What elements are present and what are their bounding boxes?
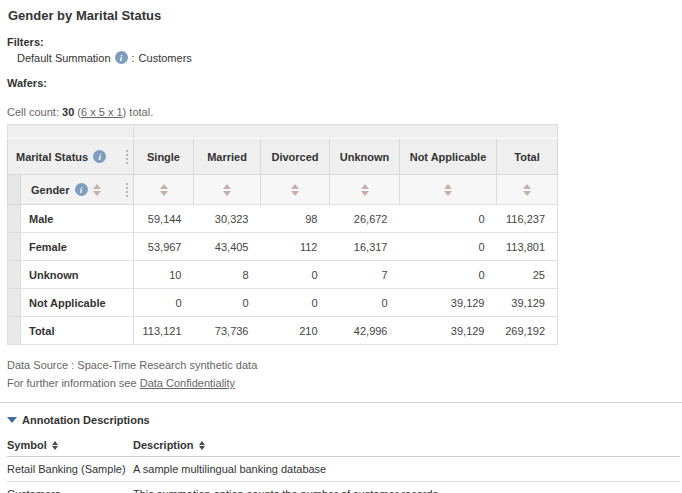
data-cell: 0 — [330, 289, 400, 317]
further-info-prefix: For further information see — [7, 377, 137, 389]
sort-column-not-applicable[interactable] — [400, 175, 497, 205]
sort-arrows-icon[interactable] — [291, 184, 299, 196]
cell-count-suffix: total. — [129, 106, 153, 118]
sort-column-unknown[interactable] — [330, 175, 400, 205]
data-cell: 39,129 — [400, 317, 497, 345]
data-cell: 59,144 — [134, 205, 194, 233]
sort-arrows-icon[interactable] — [444, 184, 452, 196]
row-label: Total — [21, 317, 134, 345]
annotation-column-label: Description — [133, 439, 194, 451]
data-cell: 0 — [261, 289, 330, 317]
annotation-column-label-wrap: Symbol — [7, 439, 133, 451]
row-dimension-header[interactable]: Gender i — [21, 175, 134, 205]
data-cell: 116,237 — [497, 205, 558, 233]
row-label: Male — [21, 205, 134, 233]
column-header-row: Marital Status i SingleMarriedDivorcedUn… — [8, 139, 558, 175]
table-row-unknown: Unknown10807025 — [8, 261, 558, 289]
data-cell: 269,192 — [497, 317, 558, 345]
column-dimension-header[interactable]: Marital Status i — [8, 139, 134, 175]
data-cell: 42,996 — [330, 317, 400, 345]
sort-arrows-icon[interactable] — [160, 184, 168, 196]
data-cell: 0 — [194, 289, 261, 317]
sort-arrows-icon[interactable] — [223, 184, 231, 196]
page-title: Gender by Marital Status — [8, 8, 682, 23]
info-icon-glyph: i — [98, 152, 101, 162]
sort-arrows-icon[interactable] — [52, 441, 58, 450]
page: Gender by Marital Status Filters: Defaul… — [0, 0, 682, 493]
filters-label: Filters: — [7, 36, 682, 48]
data-cell: 30,323 — [194, 205, 261, 233]
annotations-header-row: SymbolDescription — [7, 435, 680, 457]
data-cell: 210 — [261, 317, 330, 345]
filter-summation-name: Default Summation — [17, 52, 111, 64]
column-header-total[interactable]: Total — [497, 139, 558, 175]
sort-arrows-icon[interactable] — [523, 184, 531, 196]
sort-column-single[interactable] — [134, 175, 194, 205]
info-icon-marital-status[interactable]: i — [93, 150, 106, 163]
sort-column-total[interactable] — [497, 175, 558, 205]
column-header-not-applicable[interactable]: Not Applicable — [400, 139, 497, 175]
table-row-female: Female53,96743,40511216,3170113,801 — [8, 233, 558, 261]
row-gutter — [8, 289, 21, 317]
row-gutter — [8, 261, 21, 289]
row-dimension-label: Gender — [31, 184, 70, 196]
data-cell: 73,736 — [194, 317, 261, 345]
table-row-not-applicable: Not Applicable000039,12939,129 — [8, 289, 558, 317]
annotation-column-symbol[interactable]: Symbol — [7, 435, 133, 457]
sort-arrows-icon[interactable] — [361, 184, 369, 196]
column-dimension-label: Marital Status — [16, 151, 88, 163]
sort-column-married[interactable] — [194, 175, 261, 205]
annotation-descriptions-label: Annotation Descriptions — [22, 414, 150, 426]
annotation-row: Retail Banking (Sample)A sample multilin… — [7, 457, 680, 482]
data-cell: 10 — [134, 261, 194, 289]
data-cell: 39,129 — [400, 289, 497, 317]
data-cell: 0 — [261, 261, 330, 289]
data-cell: 25 — [497, 261, 558, 289]
table-top-strip-row — [8, 125, 558, 139]
table-corner-strip — [8, 125, 134, 139]
table-row-male: Male59,14430,3239826,6720116,237 — [8, 205, 558, 233]
data-cell: 26,672 — [330, 205, 400, 233]
data-cell: 8 — [194, 261, 261, 289]
column-header-unknown[interactable]: Unknown — [330, 139, 400, 175]
annotation-description: This summation option counts the number … — [133, 482, 680, 493]
data-source-line: Data Source : Space-Time Research synthe… — [7, 359, 682, 371]
filter-line: Default Summation i : Customers — [17, 51, 682, 64]
cell-count-value: 30 — [62, 106, 74, 118]
row-label: Unknown — [21, 261, 134, 289]
annotation-description: A sample multilingual banking database — [133, 457, 680, 482]
cell-count-link[interactable]: 6 x 5 x 1 — [81, 106, 123, 118]
data-confidentiality-link[interactable]: Data Confidentiality — [140, 377, 235, 389]
wafers-label: Wafers: — [7, 77, 682, 89]
annotation-descriptions-toggle[interactable]: Annotation Descriptions — [7, 414, 682, 426]
data-cell: 0 — [400, 233, 497, 261]
data-cell: 113,801 — [497, 233, 558, 261]
data-cell: 0 — [134, 289, 194, 317]
column-header-divorced[interactable]: Divorced — [261, 139, 330, 175]
collapse-triangle-icon — [7, 417, 17, 423]
data-cell: 98 — [261, 205, 330, 233]
annotation-column-description[interactable]: Description — [133, 435, 680, 457]
info-icon-default-summation[interactable]: i — [115, 51, 128, 64]
annotation-row: CustomersThis summation option counts th… — [7, 482, 680, 493]
sort-arrows-icon[interactable] — [199, 441, 205, 450]
filter-summation-value: Customers — [139, 52, 192, 64]
further-info-line: For further information see Data Confide… — [7, 377, 682, 389]
column-header-single[interactable]: Single — [134, 139, 194, 175]
column-header-married[interactable]: Married — [194, 139, 261, 175]
data-cell: 0 — [400, 205, 497, 233]
info-icon-gender[interactable]: i — [75, 183, 88, 196]
sort-column-divorced[interactable] — [261, 175, 330, 205]
data-cell: 53,967 — [134, 233, 194, 261]
data-cell: 112 — [261, 233, 330, 261]
annotation-column-label: Symbol — [7, 439, 47, 451]
drag-handle-marital-status-icon[interactable] — [126, 150, 128, 164]
data-cell: 7 — [330, 261, 400, 289]
annotations-table: SymbolDescription Retail Banking (Sample… — [7, 435, 680, 493]
annotation-symbol: Retail Banking (Sample) — [7, 457, 133, 482]
drag-handle-gender-icon[interactable] — [126, 183, 128, 197]
sort-gender-icon[interactable] — [93, 184, 101, 196]
row-gutter-header — [8, 175, 21, 205]
data-cell: 16,317 — [330, 233, 400, 261]
row-gutter — [8, 205, 21, 233]
